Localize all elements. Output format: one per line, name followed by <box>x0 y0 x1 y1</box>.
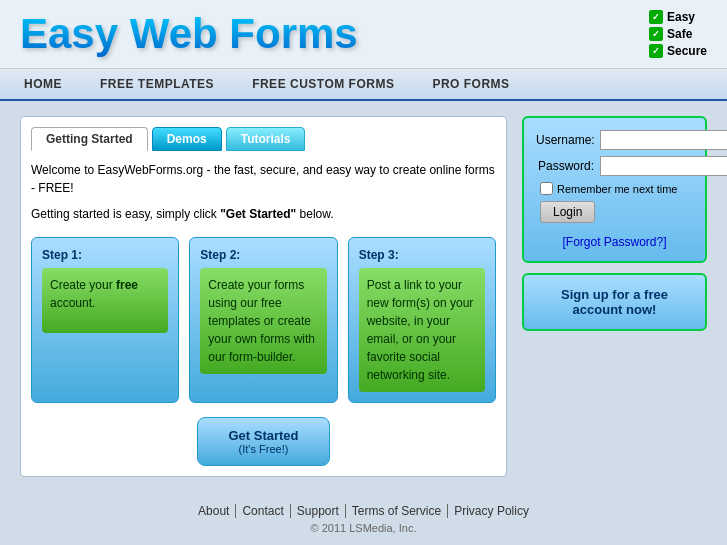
get-started-wrap: Get Started (It's Free!) <box>31 417 496 466</box>
line2-bold: "Get Started" <box>220 207 296 221</box>
line2-prefix: Getting started is easy, simply click <box>31 207 220 221</box>
nav: HOME FREE TEMPLATES FREE CUSTOM FORMS PR… <box>0 69 727 101</box>
badge-secure: ✓ Secure <box>649 44 707 58</box>
remember-row: Remember me next time <box>540 182 693 195</box>
step-1-inner: Create your free account. <box>42 268 168 333</box>
get-started-button[interactable]: Get Started (It's Free!) <box>197 417 329 466</box>
step-2-inner: Create your forms using our free templat… <box>200 268 326 374</box>
header: Easy Web Forms ✓ Easy ✓ Safe ✓ Secure <box>0 0 727 69</box>
footer-terms[interactable]: Terms of Service <box>346 504 448 518</box>
nav-free-templates[interactable]: FREE TEMPLATES <box>96 69 218 99</box>
footer-about[interactable]: About <box>192 504 236 518</box>
login-button[interactable]: Login <box>540 201 595 223</box>
step-3-inner: Post a link to your new form(s) on your … <box>359 268 485 392</box>
footer-support[interactable]: Support <box>291 504 346 518</box>
username-label: Username: <box>536 133 594 147</box>
signup-box[interactable]: Sign up for a free account now! <box>522 273 707 331</box>
step1-prefix: Create your <box>50 278 116 292</box>
footer: About Contact Support Terms of Service P… <box>0 492 727 545</box>
tab-demos[interactable]: Demos <box>152 127 222 151</box>
step-1-box: Step 1: Create your free account. <box>31 237 179 403</box>
footer-copyright: © 2011 LSMedia, Inc. <box>12 522 715 534</box>
tab-getting-started[interactable]: Getting Started <box>31 127 148 151</box>
remember-checkbox[interactable] <box>540 182 553 195</box>
step-1-title: Step 1: <box>42 248 168 262</box>
badge-safe: ✓ Safe <box>649 27 707 41</box>
badge-secure-label: Secure <box>667 44 707 58</box>
step-2-box: Step 2: Create your forms using our free… <box>189 237 337 403</box>
username-input[interactable] <box>600 130 727 150</box>
footer-links: About Contact Support Terms of Service P… <box>12 504 715 518</box>
password-label: Password: <box>536 159 594 173</box>
welcome-text-content: Welcome to EasyWebForms.org - the fast, … <box>31 163 495 195</box>
nav-home[interactable]: HOME <box>20 69 66 99</box>
tabs-bar: Getting Started Demos Tutorials <box>31 127 496 151</box>
step1-suffix: account. <box>50 296 95 310</box>
badge-easy: ✓ Easy <box>649 10 707 24</box>
get-started-label: Get Started <box>228 428 298 443</box>
username-row: Username: <box>536 130 693 150</box>
nav-free-custom-forms[interactable]: FREE CUSTOM FORMS <box>248 69 398 99</box>
forgot-password-link[interactable]: [Forgot Password?] <box>536 235 693 249</box>
footer-contact[interactable]: Contact <box>236 504 290 518</box>
trust-badges: ✓ Easy ✓ Safe ✓ Secure <box>649 10 707 58</box>
login-box: Username: Password: Remember me next tim… <box>522 116 707 263</box>
welcome-line1: Welcome to EasyWebForms.org - the fast, … <box>31 161 496 197</box>
password-row: Password: <box>536 156 693 176</box>
tab-tutorials[interactable]: Tutorials <box>226 127 306 151</box>
right-panel: Username: Password: Remember me next tim… <box>522 116 707 477</box>
step-3-title: Step 3: <box>359 248 485 262</box>
line2-suffix: below. <box>296 207 333 221</box>
left-panel: Getting Started Demos Tutorials Welcome … <box>20 116 507 477</box>
check-icon-safe: ✓ <box>649 27 663 41</box>
get-started-sublabel: (It's Free!) <box>228 443 298 455</box>
remember-label: Remember me next time <box>557 183 677 195</box>
steps-row: Step 1: Create your free account. Step 2… <box>31 237 496 403</box>
step-3-box: Step 3: Post a link to your new form(s) … <box>348 237 496 403</box>
password-input[interactable] <box>600 156 727 176</box>
badge-easy-label: Easy <box>667 10 695 24</box>
step1-bold: free <box>116 278 138 292</box>
left-panel-wrapper: Getting Started Demos Tutorials Welcome … <box>20 116 507 477</box>
footer-privacy[interactable]: Privacy Policy <box>448 504 535 518</box>
badge-safe-label: Safe <box>667 27 692 41</box>
step-2-title: Step 2: <box>200 248 326 262</box>
check-icon-secure: ✓ <box>649 44 663 58</box>
main-content: Getting Started Demos Tutorials Welcome … <box>0 101 727 492</box>
welcome-line2: Getting started is easy, simply click "G… <box>31 205 496 223</box>
logo: Easy Web Forms <box>20 10 358 58</box>
check-icon-easy: ✓ <box>649 10 663 24</box>
nav-pro-forms[interactable]: PRO FORMS <box>428 69 513 99</box>
